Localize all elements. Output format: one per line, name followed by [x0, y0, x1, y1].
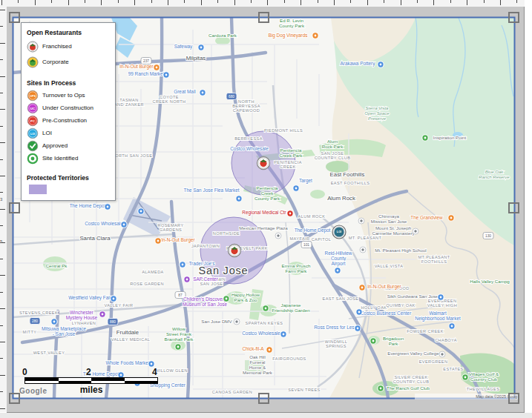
- map-label: CAPITOL: [312, 237, 332, 242]
- map-label: County Park: [254, 196, 280, 201]
- map-label: COUNTRY CLUB: [315, 156, 351, 160]
- legend-item: Franchised: [27, 39, 110, 54]
- map-label: The San Jose Flea Market: [184, 188, 240, 193]
- under-construction-icon: UC: [27, 102, 39, 114]
- map-label: Costco Business Center: [361, 311, 412, 316]
- map-label: Carmelite Monastery: [372, 230, 415, 236]
- legend-item-label: Pre-Construction: [42, 117, 87, 124]
- map-label: Home &: [249, 365, 266, 370]
- blue-poi-icon: [163, 72, 169, 78]
- map-label: Inspiration Point: [433, 135, 467, 140]
- svg-text:PC: PC: [30, 119, 36, 122]
- red-poi-icon: [287, 210, 293, 216]
- blue-poi-icon: [198, 44, 204, 50]
- svg-text:237: 237: [143, 59, 149, 63]
- map-label: CAPEWOOD: [233, 108, 260, 113]
- map-label: Creek: [261, 190, 274, 196]
- blue-poi-icon: [200, 90, 206, 96]
- selection-handle-top-left[interactable]: [9, 12, 20, 23]
- map-label: NORTHSIDE: [213, 231, 240, 236]
- selection-handle-bottom-right[interactable]: [508, 393, 519, 404]
- map-label: Sikh Gurdwara San Jose: [387, 293, 439, 299]
- orange-poi-icon: [312, 33, 318, 39]
- svg-text:280: 280: [32, 319, 38, 323]
- map-label: - San Jose: [53, 331, 76, 336]
- map-label: Neighborhood Market: [415, 316, 461, 322]
- map-label: Halls Valley Campg: [470, 279, 510, 284]
- blue-poi-icon: [111, 296, 116, 302]
- gray-poi-icon: [413, 228, 418, 234]
- map-legend: Open RestaurantsFranchisedCorporateSites…: [21, 22, 116, 201]
- map-label: Country Club: [470, 376, 498, 382]
- map-label: Central Pk: [46, 263, 68, 268]
- map-label: Mission San Jose: [371, 219, 407, 224]
- loi-icon: LOI: [27, 127, 39, 139]
- map-label: The Home Depot: [295, 228, 331, 233]
- selection-handle-top-center[interactable]: [258, 12, 269, 23]
- map-label: VALLEY MEDICAL: [111, 337, 151, 342]
- selection-handle-bottom-center[interactable]: [258, 393, 269, 404]
- map-label: SPRINGS: [326, 344, 347, 348]
- map-label: Memorial Park: [243, 370, 273, 375]
- blue-poi-icon: [449, 323, 455, 329]
- map-label: San Jose: [199, 265, 249, 276]
- map-label: Oak Hill: [249, 354, 266, 359]
- blue-poi-icon: [148, 361, 154, 367]
- map-label: Costco Wholesale: [85, 221, 123, 226]
- legend-item-label: Turnover to Ops: [42, 92, 85, 99]
- map-label: CANOAS GARDEN: [212, 390, 252, 394]
- selection-handle-top-right[interactable]: [508, 12, 519, 23]
- blue-poi-icon: [355, 325, 361, 331]
- map-label: The Ranch Golf Club: [387, 385, 430, 391]
- map-label: THE VILLAGES: [467, 387, 500, 391]
- route-shield: 280: [30, 318, 40, 325]
- legend-item-label: Approved: [42, 142, 68, 149]
- map-label: Reid-Hillview: [325, 251, 352, 256]
- selection-handle-middle-right[interactable]: [508, 202, 519, 213]
- map-label: AND ZANKER: [114, 102, 144, 107]
- orange-poi-icon: [266, 347, 272, 353]
- svg-text:LOI: LOI: [30, 132, 35, 135]
- map-label: BERRYESSA: [234, 136, 263, 141]
- svg-text:OPS: OPS: [30, 94, 36, 97]
- map-label: Evergreen Valley College: [387, 351, 439, 356]
- map-label: Rock Park: [322, 144, 344, 149]
- corporate-icon: [27, 56, 39, 68]
- map-label: Target: [299, 178, 312, 184]
- map-label: JAPANTOWN: [191, 244, 220, 248]
- map-label: Milpitas: [186, 55, 206, 62]
- selection-handle-middle-left[interactable]: [9, 202, 20, 213]
- legend-item: Corporate: [27, 54, 110, 70]
- orange-poi-icon: [155, 238, 161, 244]
- map-label: The Grandview: [410, 215, 443, 220]
- map-label: Villages Golf &: [469, 371, 499, 376]
- franchised-site-marker[interactable]: [229, 245, 241, 257]
- map-label: ALUM ROCK: [298, 214, 326, 219]
- orange-poi-icon: [448, 215, 454, 221]
- map-label: CREEK: [280, 165, 295, 169]
- map-label: CHABOYA: [435, 338, 457, 342]
- map-label: VALLEY HIGH: [427, 303, 458, 308]
- selection-handle-bottom-left[interactable]: [9, 393, 20, 404]
- site-identified-icon: [27, 153, 39, 165]
- map-label: HOLLY OAK: [361, 305, 387, 310]
- scale-tick-4: 4: [152, 367, 157, 377]
- purple-poi-icon: [184, 276, 190, 282]
- map-label: COUNTRY CLUB: [393, 379, 430, 384]
- blue-poi-icon: [105, 204, 111, 210]
- map-label: MITTY: [23, 330, 37, 334]
- loi-site-marker[interactable]: LOI: [332, 225, 346, 239]
- map-label: Costco Wholesale: [242, 331, 280, 336]
- turnover-to-ops-icon: OPS: [27, 90, 39, 102]
- orange-poi-icon: [154, 64, 160, 70]
- map-label: San Jose DMV: [201, 319, 232, 324]
- scale-bar-rule: [24, 377, 158, 384]
- franchised-site-marker[interactable]: [257, 157, 270, 170]
- map-label: VALLE VISTA: [375, 264, 404, 268]
- map-label: Sierra Vista: [366, 106, 390, 110]
- svg-text:130: 130: [485, 234, 491, 238]
- green-poi-icon: [462, 374, 468, 380]
- map-label: Blue Oak: [485, 170, 505, 174]
- blue-poi-icon: [378, 62, 384, 67]
- legend-item: Approved: [27, 139, 110, 152]
